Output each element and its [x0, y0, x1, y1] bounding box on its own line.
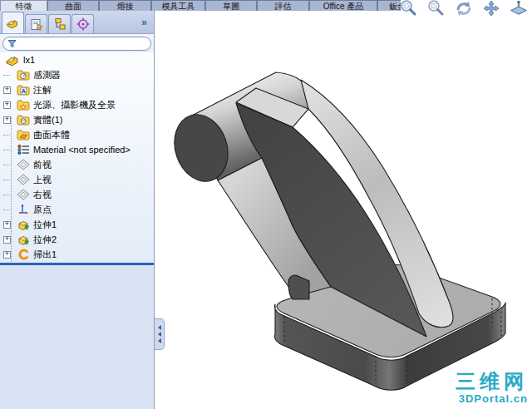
command-manager-tabbar: 特徵 曲面 熔接 模具工具 草圖 評估 Office 產品 鈑金: [0, 0, 401, 11]
part-icon: [5, 53, 20, 67]
tree-item-label: lx1: [23, 55, 35, 65]
dimxpertmanager-icon: [76, 17, 90, 31]
view-toolbar: [398, 0, 530, 17]
tree-item-extrude1[interactable]: + 拉伸1: [0, 217, 154, 232]
configurationmanager-tab[interactable]: [48, 14, 71, 33]
expand-button[interactable]: +: [3, 101, 11, 109]
panel-more-button[interactable]: »: [141, 17, 147, 28]
tree-item-solid-bodies[interactable]: + 實體(1): [0, 112, 154, 127]
origin-icon: [17, 204, 30, 215]
panel-collapse-handle[interactable]: [155, 318, 165, 350]
collapse-arrow-icon: [158, 338, 161, 343]
tree-item-right-plane[interactable]: 右视: [0, 187, 154, 202]
tree-stub: [3, 75, 10, 76]
filter-input[interactable]: [20, 38, 146, 48]
tab-mold-tools[interactable]: 模具工具: [151, 0, 205, 11]
tree-item-label: 掃出1: [33, 249, 57, 261]
extrude-icon: [17, 219, 30, 230]
tree-item-label: 前视: [33, 159, 52, 171]
tab-weldments[interactable]: 熔接: [99, 0, 151, 11]
tree-stub: [3, 135, 10, 136]
tree-item-label: 感測器: [33, 69, 61, 81]
zoom-to-fit-icon[interactable]: [398, 0, 420, 17]
tree-item-origin[interactable]: 原点: [0, 202, 154, 217]
dimxpertmanager-tab[interactable]: [71, 14, 94, 33]
expand-button[interactable]: +: [3, 251, 11, 259]
watermark-url-text: 3DPortal.cn: [456, 393, 528, 404]
tree-item-label: 曲面本體: [33, 129, 70, 141]
expand-button[interactable]: +: [3, 236, 11, 244]
sensors-folder-icon: [17, 69, 30, 81]
expand-button[interactable]: +: [3, 221, 11, 229]
collapse-arrow-icon: [158, 332, 161, 337]
extrude-icon: [17, 234, 30, 245]
tree-item-label: 原点: [33, 204, 52, 216]
zoom-to-area-icon[interactable]: [426, 0, 447, 17]
tab-evaluate[interactable]: 評估: [257, 0, 309, 11]
tree-item-surface-bodies[interactable]: 曲面本體: [0, 127, 154, 142]
filter-row: [0, 34, 154, 52]
panel-tabbar: »: [0, 11, 154, 34]
pan-icon[interactable]: [480, 0, 502, 17]
tree-item-extrude2[interactable]: + 拉伸2: [0, 232, 154, 247]
tree-item-label: Material <not specified>: [33, 145, 131, 155]
tab-sheet-metal[interactable]: 鈑金: [377, 0, 401, 11]
plane-icon: [17, 189, 30, 200]
model-canvas[interactable]: [155, 11, 532, 409]
tree-item-lights-cameras[interactable]: + 光源、攝影機及全景: [0, 97, 154, 112]
tree-item-label: 光源、攝影機及全景: [33, 99, 116, 111]
filter-pill: [2, 37, 151, 51]
expand-button[interactable]: +: [3, 116, 11, 124]
graphics-viewport[interactable]: 三维网 3DPortal.cn: [155, 11, 532, 409]
tree-item-label: 拉伸2: [33, 234, 57, 246]
tree-item-part-root[interactable]: lx1: [0, 52, 154, 67]
tree-item-label: 上视: [33, 174, 52, 186]
tree-item-material[interactable]: Material <not specified>: [0, 142, 154, 157]
watermark-logo-text: 三维网: [456, 372, 528, 392]
tree-item-label: 右视: [33, 189, 52, 201]
solid-bodies-folder-icon: [17, 114, 30, 126]
view-orientation-icon[interactable]: [508, 0, 530, 17]
feature-tree: lx1 感測器 + A 注解: [0, 52, 154, 263]
panel-empty-area: [0, 265, 154, 409]
tree-item-front-plane[interactable]: 前视: [0, 157, 154, 172]
collapse-arrow-icon: [158, 325, 161, 330]
tree-item-sweep1[interactable]: + 掃出1: [0, 247, 154, 262]
rotate-view-icon[interactable]: [453, 0, 475, 17]
tree-item-top-plane[interactable]: 上视: [0, 172, 154, 187]
tab-surfaces[interactable]: 曲面: [47, 0, 99, 11]
tab-office-products[interactable]: Office 產品: [309, 0, 377, 11]
tab-sketch[interactable]: 草圖: [205, 0, 257, 11]
annotations-folder-icon: A: [17, 84, 30, 96]
watermark: 三维网 3DPortal.cn: [456, 372, 528, 404]
featuremanager-tab[interactable]: [2, 12, 24, 33]
propertymanager-tab[interactable]: [25, 14, 47, 33]
expand-button[interactable]: +: [3, 86, 11, 94]
plane-icon: [17, 174, 30, 185]
propertymanager-icon: [30, 17, 43, 31]
featuremanager-part-icon: [6, 17, 20, 29]
tree-item-sensors[interactable]: 感測器: [0, 67, 154, 82]
filter-funnel-icon: [7, 39, 17, 48]
feature-manager-panel: » lx1: [0, 11, 155, 409]
configurationmanager-icon: [53, 17, 66, 31]
tree-stub: [3, 150, 10, 150]
lights-folder-icon: [17, 99, 30, 111]
tree-item-annotations[interactable]: + A 注解: [0, 82, 154, 97]
tree-stub: [3, 209, 10, 210]
tree-item-label: 注解: [33, 84, 52, 96]
material-icon: [17, 144, 30, 155]
tree-item-label: 實體(1): [33, 114, 62, 126]
plane-icon: [17, 159, 30, 170]
sweep-icon: [17, 249, 30, 260]
tree-stub: [3, 180, 10, 180]
tree-stub: [3, 195, 10, 195]
tree-item-label: 拉伸1: [33, 219, 57, 231]
svg-text:A: A: [21, 87, 26, 95]
surface-bodies-folder-icon: [17, 129, 30, 140]
tree-stub: [3, 165, 10, 165]
tab-features[interactable]: 特徵: [0, 0, 47, 11]
